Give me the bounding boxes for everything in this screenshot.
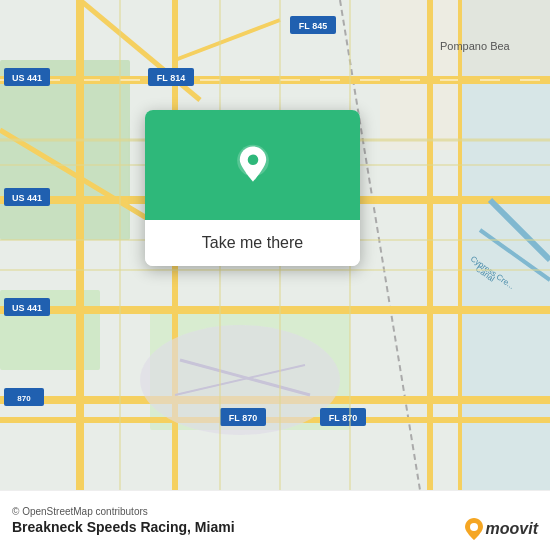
svg-text:US 441: US 441	[12, 303, 42, 313]
location-pin-icon	[231, 143, 275, 187]
svg-rect-2	[0, 60, 130, 240]
svg-rect-5	[380, 0, 460, 150]
place-name-text: Breakneck Speeds Racing, Miami	[12, 519, 538, 535]
attribution-text: © OpenStreetMap contributors	[12, 506, 538, 517]
svg-text:FL 814: FL 814	[157, 73, 185, 83]
location-card: Take me there	[145, 110, 360, 266]
svg-text:FL 870: FL 870	[329, 413, 357, 423]
svg-text:FL 870: FL 870	[229, 413, 257, 423]
map-area[interactable]: US 441 US 441 US 441 870 FL 845 FL 814 F…	[0, 0, 550, 490]
moovit-pin-icon	[465, 518, 483, 540]
svg-text:US 441: US 441	[12, 193, 42, 203]
svg-text:870: 870	[17, 394, 31, 403]
card-header	[145, 110, 360, 220]
take-me-there-button[interactable]: Take me there	[145, 220, 360, 266]
bottom-bar: © OpenStreetMap contributors Breakneck S…	[0, 490, 550, 550]
svg-text:US 441: US 441	[12, 73, 42, 83]
moovit-badge: moovit	[465, 518, 538, 540]
svg-point-55	[247, 154, 258, 165]
svg-point-56	[470, 523, 478, 531]
svg-text:Pompano Bea: Pompano Bea	[440, 40, 511, 52]
moovit-label: moovit	[486, 520, 538, 538]
svg-text:FL 845: FL 845	[299, 21, 327, 31]
